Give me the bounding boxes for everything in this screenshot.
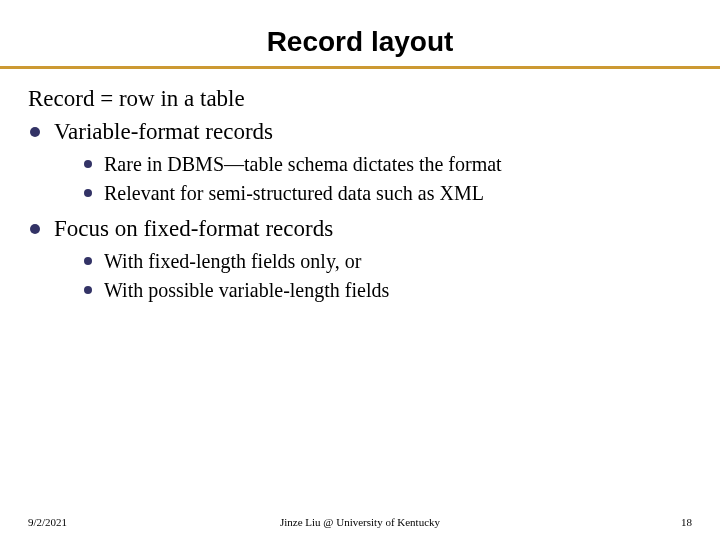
footer-page-number: 18 [681,516,692,528]
bullet-list: Variable-format records Rare in DBMS—tab… [28,116,692,304]
list-item-label: Relevant for semi-structured data such a… [104,182,484,204]
list-item: Variable-format records Rare in DBMS—tab… [28,116,692,207]
list-item: With possible variable-length fields [82,277,692,304]
slide: Record layout Record = row in a table Va… [0,0,720,540]
slide-body: Record = row in a table Variable-format … [0,69,720,304]
sub-bullet-list: With fixed-length fields only, or With p… [54,248,692,304]
list-item-label: With possible variable-length fields [104,279,389,301]
list-item-label: With fixed-length fields only, or [104,250,361,272]
list-item: With fixed-length fields only, or [82,248,692,275]
list-item-label: Focus on fixed-format records [54,216,333,241]
footer-attribution: Jinze Liu @ University of Kentucky [0,516,720,528]
list-item: Focus on fixed-format records With fixed… [28,213,692,304]
sub-bullet-list: Rare in DBMS—table schema dictates the f… [54,151,692,207]
slide-title: Record layout [0,0,720,66]
list-item: Relevant for semi-structured data such a… [82,180,692,207]
list-item-label: Variable-format records [54,119,273,144]
list-item-label: Rare in DBMS—table schema dictates the f… [104,153,502,175]
intro-text: Record = row in a table [28,83,692,114]
list-item: Rare in DBMS—table schema dictates the f… [82,151,692,178]
